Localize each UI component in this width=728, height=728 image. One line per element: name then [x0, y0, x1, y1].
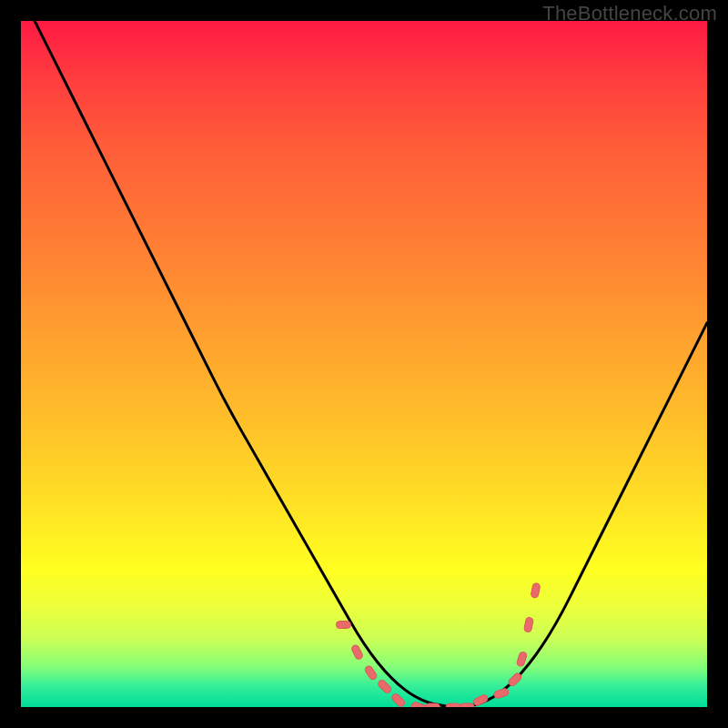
highlight-dot [516, 651, 528, 667]
highlight-dot [531, 582, 541, 598]
highlight-dot [507, 672, 522, 687]
highlight-dot [364, 664, 379, 681]
highlight-dot [460, 703, 474, 707]
highlight-dot [446, 703, 460, 707]
bottleneck-curve-path [35, 21, 707, 707]
highlight-dot [472, 693, 489, 706]
highlight-dot [336, 622, 350, 629]
highlight-dot [350, 644, 363, 661]
watermark-text: TheBottleneck.com [542, 2, 717, 25]
bottleneck-curve [35, 21, 707, 707]
chart-svg [21, 21, 707, 707]
highlight-dot [425, 703, 440, 707]
highlight-dot [390, 693, 406, 707]
highlight-dot [493, 688, 510, 700]
gradient-plot-area [21, 21, 707, 707]
highlight-markers [336, 582, 541, 707]
highlight-dot [523, 617, 533, 632]
highlight-dot [377, 679, 392, 694]
